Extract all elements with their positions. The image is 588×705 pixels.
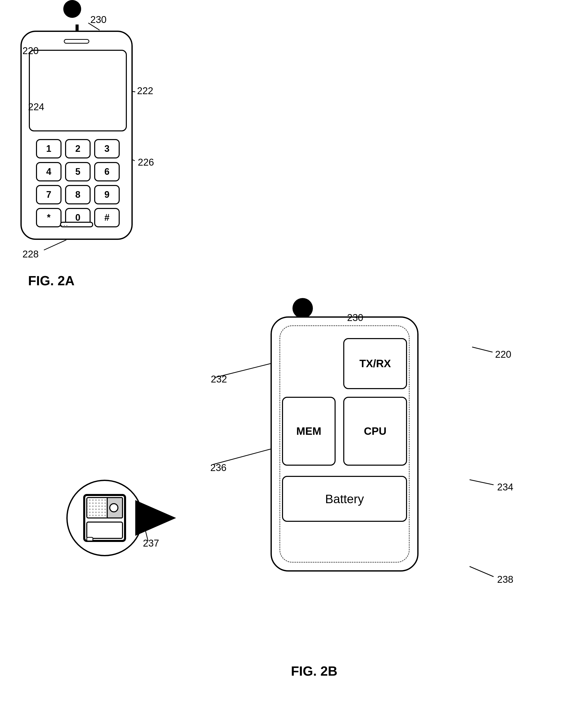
ref-220-label-2b: 220	[495, 349, 511, 360]
phone-2b-body: TX/RX MEM CPU Battery	[271, 316, 418, 571]
battery-label: Battery	[325, 492, 364, 506]
key-9[interactable]: 9	[94, 185, 120, 204]
zoom-arrow	[135, 500, 176, 536]
phone-2a-body: 1 2 3 4 5 6 7 8 9 * 0 # ---	[20, 31, 133, 240]
ref-226-label-2a: 226	[138, 157, 154, 168]
key-row-2: 4 5 6	[29, 162, 127, 181]
ref-230-label-2a: 230	[90, 14, 106, 25]
key-hash[interactable]: #	[94, 208, 120, 227]
key-8[interactable]: 8	[65, 185, 91, 204]
txrx-component: TX/RX	[343, 338, 407, 389]
key-row-3: 7 8 9	[29, 185, 127, 204]
mem-component: MEM	[282, 397, 335, 466]
key-6[interactable]: 6	[94, 162, 120, 181]
floppy-disk-icon	[79, 492, 130, 544]
nav-bar-2a: ---	[60, 222, 93, 227]
key-row-1: 1 2 3	[29, 139, 127, 158]
ref-230-label-2b: 230	[347, 312, 363, 323]
keypad-2a: 1 2 3 4 5 6 7 8 9 * 0 #	[29, 139, 127, 231]
key-5[interactable]: 5	[65, 162, 91, 181]
svg-line-12	[469, 480, 494, 485]
key-7[interactable]: 7	[36, 185, 61, 204]
antenna-ball-2b	[292, 298, 313, 319]
mem-label: MEM	[296, 425, 321, 437]
svg-line-8	[472, 347, 493, 352]
svg-rect-18	[87, 522, 123, 538]
ref-237-label: 237	[143, 538, 159, 549]
ref-222-label-2a: 222	[137, 86, 153, 96]
key-3[interactable]: 3	[94, 139, 120, 158]
screen-2a	[29, 50, 127, 131]
txrx-label: TX/RX	[359, 358, 391, 370]
ref-224-label-2a: 224	[28, 101, 44, 112]
fig-2a-label: FIG. 2A	[28, 273, 75, 288]
ref-236-label: 236	[210, 462, 226, 473]
diagram-container: 1 2 3 4 5 6 7 8 9 * 0 # --- 230	[0, 0, 588, 705]
ref-228-label-2a: 228	[22, 249, 39, 260]
floppy-circle	[66, 480, 143, 556]
ref-232-label: 232	[211, 374, 227, 385]
ref-238-label: 238	[497, 574, 513, 585]
ref-234-label: 234	[497, 482, 513, 493]
speaker-2a	[64, 39, 89, 44]
svg-line-6	[44, 240, 66, 250]
key-1[interactable]: 1	[36, 139, 61, 158]
key-2[interactable]: 2	[65, 139, 91, 158]
antenna-ball-2a	[63, 0, 81, 18]
cpu-component: CPU	[343, 397, 407, 466]
cpu-label: CPU	[364, 425, 387, 437]
floppy-zoom-container	[66, 480, 143, 556]
svg-line-13	[469, 566, 494, 577]
fig-2b-label: FIG. 2B	[291, 663, 337, 679]
svg-point-19	[110, 504, 118, 512]
svg-rect-20	[87, 537, 93, 541]
key-4[interactable]: 4	[36, 162, 61, 181]
battery-component: Battery	[282, 476, 407, 522]
key-star[interactable]: *	[36, 208, 61, 227]
ref-220-label-2a: 220	[22, 45, 39, 56]
svg-line-10	[213, 449, 271, 464]
